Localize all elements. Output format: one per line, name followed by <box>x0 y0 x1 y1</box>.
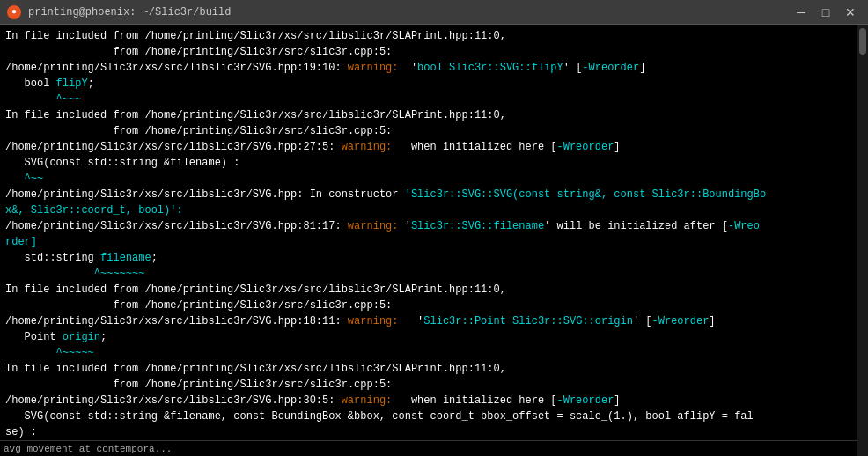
terminal-line: from /home/printing/Slic3r/src/slic3r.cp… <box>5 123 863 139</box>
terminal-line: In file included from /home/printing/Sli… <box>5 361 863 377</box>
terminal-line: ^~~~~~~~ <box>5 266 863 282</box>
window-title: printing@phoenix: ~/Slic3r/build <box>28 6 231 18</box>
ubuntu-logo-icon: ● <box>7 5 21 19</box>
titlebar-left: ● printing@phoenix: ~/Slic3r/build <box>7 5 231 19</box>
terminal-line: rder] <box>5 234 863 250</box>
terminal-line: from /home/printing/Slic3r/src/slic3r.cp… <box>5 44 863 60</box>
terminal-line: /home/printing/Slic3r/xs/src/libslic3r/S… <box>5 139 863 155</box>
maximize-button[interactable]: □ <box>815 4 836 20</box>
terminal-output: In file included from /home/printing/Sli… <box>5 28 863 456</box>
window-controls: ─ □ ✕ <box>791 4 861 20</box>
terminal-line: SVG(const std::string &filename, const B… <box>5 408 863 424</box>
terminal-line: /home/printing/Slic3r/xs/src/libslic3r/S… <box>5 60 863 76</box>
terminal-line: /home/printing/Slic3r/xs/src/libslic3r/S… <box>5 187 863 202</box>
close-button[interactable]: ✕ <box>840 4 861 20</box>
status-text: avg movement at contempora... <box>4 444 172 454</box>
terminal-line: SVG(const std::string &filename) : <box>5 155 863 171</box>
terminal-line: ^~~~ <box>5 92 863 107</box>
terminal-line: ^~~~~~ <box>5 345 863 361</box>
titlebar: ● printing@phoenix: ~/Slic3r/build ─ □ ✕ <box>0 0 868 25</box>
terminal-line: bool flipY; <box>5 76 863 92</box>
statusbar: avg movement at contempora... <box>0 440 857 456</box>
terminal-line: In file included from /home/printing/Sli… <box>5 28 863 44</box>
terminal-line: from /home/printing/Slic3r/src/slic3r.cp… <box>5 298 863 313</box>
terminal-line: /home/printing/Slic3r/xs/src/libslic3r/S… <box>5 313 863 329</box>
minimize-button[interactable]: ─ <box>791 4 812 20</box>
terminal-line: /home/printing/Slic3r/xs/src/libslic3r/S… <box>5 393 863 408</box>
terminal-line: from /home/printing/Slic3r/src/slic3r.cp… <box>5 377 863 393</box>
terminal-line: Point origin; <box>5 329 863 345</box>
terminal-line: In file included from /home/printing/Sli… <box>5 282 863 298</box>
terminal-window[interactable]: In file included from /home/printing/Sli… <box>0 25 868 456</box>
terminal-line: x&, Slic3r::coord_t, bool)': <box>5 202 863 218</box>
terminal-line: In file included from /home/printing/Sli… <box>5 107 863 123</box>
terminal-line: se) : <box>5 424 863 440</box>
terminal-line: std::string filename; <box>5 250 863 266</box>
terminal-line: /home/printing/Slic3r/xs/src/libslic3r/S… <box>5 218 863 234</box>
scrollbar-thumb[interactable] <box>859 28 866 55</box>
scrollbar[interactable] <box>857 25 868 456</box>
terminal-line: ^~~ <box>5 171 863 187</box>
